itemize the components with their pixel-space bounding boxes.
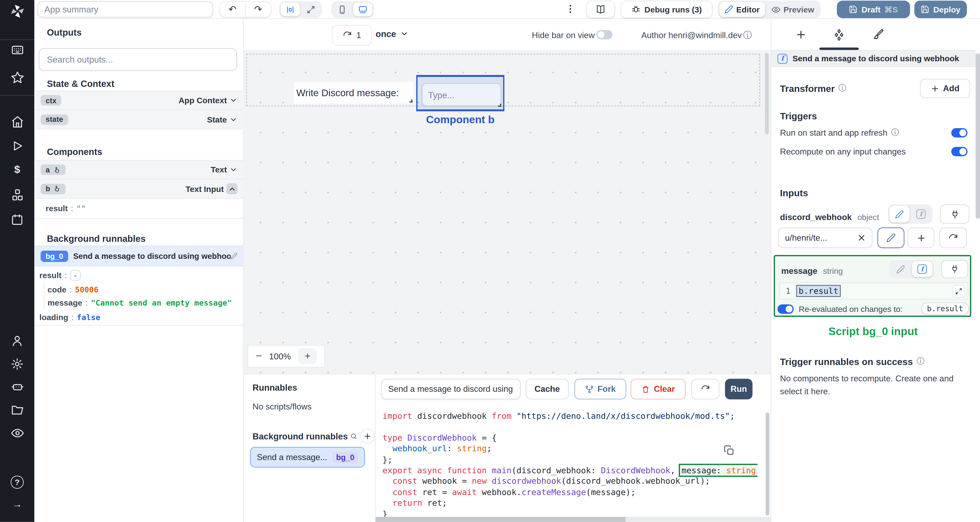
panel-scrollbar[interactable]: [976, 53, 980, 219]
frequency-dropdown[interactable]: once: [375, 29, 409, 39]
hide-bar-toggle[interactable]: [596, 30, 612, 39]
draft-button[interactable]: Draft ⌘S: [837, 1, 910, 18]
resize-handle[interactable]: [409, 99, 413, 103]
code-horizontal-scrollbar[interactable]: [375, 517, 626, 522]
bg0-output-row[interactable]: bg_0 Send a message to discord using web…: [35, 246, 244, 266]
refresh-icon: [948, 233, 958, 243]
search-outputs-input[interactable]: [39, 48, 237, 70]
run-on-start-toggle[interactable]: [951, 128, 967, 137]
runnable-name-input[interactable]: [381, 379, 520, 399]
refresh-run-button[interactable]: [691, 379, 719, 399]
add-background-runnable-button[interactable]: [360, 429, 375, 444]
collapse-row-button[interactable]: [226, 183, 237, 194]
app-canvas[interactable]: Write Discord message: Component b − 100…: [243, 50, 771, 374]
bg0-runnable-item[interactable]: Send a message... bg_0: [250, 447, 365, 468]
resource-picker[interactable]: u/henri/te...: [778, 228, 872, 248]
tab-styling-brush-icon[interactable]: [867, 25, 889, 44]
clear-x-icon[interactable]: [858, 234, 865, 242]
tab-editor[interactable]: Editor: [719, 2, 765, 17]
info-icon[interactable]: ⓘ: [917, 356, 924, 367]
app-summary-input[interactable]: [37, 2, 213, 18]
reeval-toggle[interactable]: [778, 304, 794, 313]
expand-editor-button[interactable]: [953, 285, 965, 297]
settings-gear-icon[interactable]: [0, 354, 35, 373]
desktop-view-button[interactable]: [353, 3, 372, 16]
component-a-text[interactable]: Write Discord message:: [294, 82, 414, 103]
debug-runs-button[interactable]: Debug runs (3): [620, 1, 713, 18]
refresh-resource-button[interactable]: [939, 228, 967, 248]
edit-pencil-icon[interactable]: [231, 253, 237, 259]
edit-resource-button[interactable]: [877, 228, 904, 248]
home-icon[interactable]: [0, 113, 35, 131]
left-nav-rail: $ ? →: [0, 0, 35, 522]
eval-mode-button[interactable]: f: [911, 205, 931, 222]
info-icon[interactable]: ⓘ: [838, 83, 846, 94]
folders-icon[interactable]: [0, 401, 35, 419]
windmill-logo-icon[interactable]: [0, 2, 35, 21]
output-row-ctx[interactable]: ctx App Context: [35, 91, 244, 110]
eye-icon: [771, 5, 780, 14]
component-b-badge: b: [41, 183, 66, 194]
resize-handle[interactable]: [498, 103, 501, 107]
fork-button[interactable]: Fork: [574, 379, 626, 399]
favorites-star-icon[interactable]: [0, 68, 35, 87]
b-result-row[interactable]: result: "": [46, 204, 86, 213]
undo-button[interactable]: ↶: [220, 2, 245, 17]
output-row-state[interactable]: state State: [35, 110, 244, 129]
runs-play-icon[interactable]: [0, 136, 35, 155]
tab-insert-plus-icon[interactable]: [790, 25, 812, 44]
refresh-count-button[interactable]: 1: [332, 25, 372, 46]
users-icon[interactable]: [0, 331, 35, 350]
variables-dollar-icon[interactable]: $: [0, 161, 35, 180]
outputs-title: Outputs: [47, 27, 82, 37]
clear-button[interactable]: Clear: [631, 379, 686, 399]
triggers-title: Triggers: [780, 111, 817, 121]
active-tab-underline: [819, 48, 859, 50]
info-icon[interactable]: ⓘ: [891, 127, 899, 138]
discord-webhook-field-label: discord_webhook object: [780, 213, 879, 222]
zoom-in-button[interactable]: +: [298, 348, 317, 364]
add-transformer-button[interactable]: Add: [920, 79, 970, 98]
copy-icon[interactable]: [724, 445, 734, 456]
collapse-rail-arrow-icon[interactable]: →: [0, 495, 35, 514]
run-button[interactable]: Run: [725, 379, 752, 399]
component-b-selection[interactable]: [416, 75, 504, 111]
redo-button[interactable]: ↷: [246, 2, 270, 17]
search-icon[interactable]: [350, 433, 358, 440]
reeval-target-chip[interactable]: b.result: [921, 302, 969, 315]
add-resource-button[interactable]: [907, 228, 934, 248]
deploy-button[interactable]: Deploy: [915, 1, 967, 18]
canvas-scrollbar[interactable]: [765, 53, 769, 134]
code-editor[interactable]: import discordwebhook from "https://deno…: [382, 411, 757, 518]
code-vertical-scrollbar[interactable]: [765, 412, 770, 516]
eval-mode-button[interactable]: f: [912, 261, 932, 277]
function-icon: f: [778, 54, 788, 64]
cache-button[interactable]: Cache: [526, 379, 569, 399]
schedules-calendar-icon[interactable]: [0, 210, 35, 229]
zoom-out-button[interactable]: −: [256, 350, 262, 363]
expression-value[interactable]: b.result: [796, 285, 841, 297]
resources-cubes-icon[interactable]: [0, 186, 35, 204]
collapse-json-button[interactable]: -: [70, 270, 81, 281]
expression-editor[interactable]: 1 b.result: [780, 282, 968, 299]
recompute-toggle[interactable]: [951, 147, 967, 156]
info-icon[interactable]: ⓘ: [743, 30, 752, 41]
tab-settings-component-icon[interactable]: [828, 25, 850, 44]
more-options-kebab-icon[interactable]: ⋮: [566, 3, 575, 14]
output-row-component-b[interactable]: b Text Input: [35, 180, 244, 199]
audit-eye-icon[interactable]: [0, 424, 35, 442]
connect-plug-button[interactable]: [940, 204, 969, 224]
connect-plug-button[interactable]: [941, 260, 968, 278]
static-mode-button[interactable]: [889, 205, 910, 222]
output-row-component-a[interactable]: a Text: [35, 160, 244, 179]
help-icon[interactable]: ?: [0, 473, 35, 492]
apps-icon[interactable]: [0, 41, 35, 59]
component-b-text-input[interactable]: [422, 83, 501, 106]
static-mode-button[interactable]: [891, 261, 911, 277]
docs-book-button[interactable]: [586, 1, 615, 18]
align-center-button[interactable]: [281, 3, 300, 16]
mobile-view-button[interactable]: [332, 3, 352, 16]
tab-preview[interactable]: Preview: [766, 2, 819, 17]
workers-robot-icon[interactable]: [0, 377, 35, 396]
fullscreen-button[interactable]: [301, 3, 321, 16]
